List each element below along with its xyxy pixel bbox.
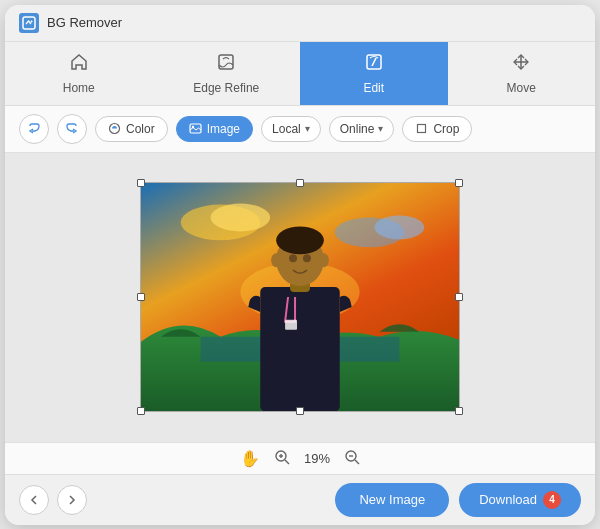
online-label: Online	[340, 122, 375, 136]
footer-nav	[19, 485, 87, 515]
svg-line-29	[355, 460, 359, 464]
resize-handle-tm[interactable]	[296, 179, 304, 187]
crop-label: Crop	[433, 122, 459, 136]
crop-button[interactable]: Crop	[402, 116, 472, 142]
tab-home[interactable]: Home	[5, 42, 153, 105]
move-icon	[511, 52, 531, 77]
next-button[interactable]	[57, 485, 87, 515]
footer-actions: New Image Download 4	[335, 483, 581, 517]
resize-handle-ml[interactable]	[137, 293, 145, 301]
svg-point-12	[375, 216, 425, 240]
svg-point-23	[319, 253, 329, 267]
color-label: Color	[126, 122, 155, 136]
online-dropdown[interactable]: Online ▾	[329, 116, 395, 142]
download-button[interactable]: Download 4	[459, 483, 581, 517]
download-badge: 4	[543, 491, 561, 509]
zoom-in-icon[interactable]	[274, 449, 290, 468]
zoom-bar: ✋ 19%	[5, 442, 595, 474]
tab-move-label: Move	[507, 81, 536, 95]
svg-rect-7	[418, 125, 426, 133]
resize-handle-tr[interactable]	[455, 179, 463, 187]
resize-handle-bl[interactable]	[137, 407, 145, 415]
resize-handle-mr[interactable]	[455, 293, 463, 301]
svg-rect-21	[285, 320, 297, 330]
online-chevron-icon: ▾	[378, 123, 383, 134]
local-dropdown[interactable]: Local ▾	[261, 116, 321, 142]
svg-point-10	[211, 204, 271, 232]
local-chevron-icon: ▾	[305, 123, 310, 134]
svg-point-6	[191, 126, 193, 128]
new-image-button[interactable]: New Image	[335, 483, 449, 517]
image-button[interactable]: Image	[176, 116, 253, 142]
title-bar: BG Remover	[5, 5, 595, 42]
download-label: Download	[479, 492, 537, 507]
resize-handle-br[interactable]	[455, 407, 463, 415]
tab-edge-refine[interactable]: Edge Refine	[153, 42, 301, 105]
tab-move[interactable]: Move	[448, 42, 596, 105]
undo-button[interactable]	[19, 114, 49, 144]
zoom-percent: 19%	[304, 451, 330, 466]
svg-rect-0	[23, 17, 35, 29]
svg-line-25	[285, 460, 289, 464]
footer: New Image Download 4	[5, 474, 595, 525]
edge-refine-icon	[216, 52, 236, 77]
canvas-area[interactable]	[5, 153, 595, 442]
svg-point-18	[276, 226, 324, 254]
svg-point-20	[303, 254, 311, 262]
local-label: Local	[272, 122, 301, 136]
edit-icon	[364, 52, 384, 77]
app-title: BG Remover	[47, 15, 122, 30]
toolbar: Color Image Local ▾ Online ▾ Crop	[5, 106, 595, 153]
home-icon	[69, 52, 89, 77]
svg-rect-15	[260, 287, 340, 411]
app-window: BG Remover Home Edge Refine	[5, 5, 595, 525]
zoom-out-icon[interactable]	[344, 449, 360, 468]
app-icon	[19, 13, 39, 33]
hand-tool-icon[interactable]: ✋	[240, 449, 260, 468]
svg-point-22	[271, 253, 281, 267]
svg-point-1	[31, 20, 33, 22]
tab-edge-refine-label: Edge Refine	[193, 81, 259, 95]
color-button[interactable]: Color	[95, 116, 168, 142]
redo-button[interactable]	[57, 114, 87, 144]
resize-handle-tl[interactable]	[137, 179, 145, 187]
image-canvas[interactable]	[140, 182, 460, 412]
tab-edit-label: Edit	[363, 81, 384, 95]
prev-button[interactable]	[19, 485, 49, 515]
svg-point-19	[289, 254, 297, 262]
resize-handle-bm[interactable]	[296, 407, 304, 415]
tab-home-label: Home	[63, 81, 95, 95]
image-label: Image	[207, 122, 240, 136]
tab-edit[interactable]: Edit	[300, 42, 448, 105]
nav-tabs: Home Edge Refine Edit	[5, 42, 595, 106]
